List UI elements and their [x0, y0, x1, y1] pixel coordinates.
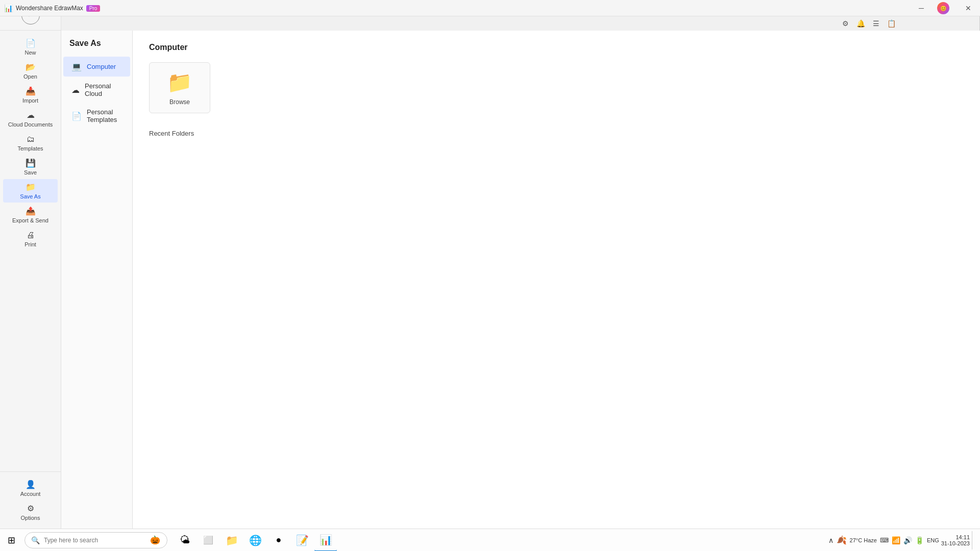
taskbar-clock[interactable]: 14:11 31-10-2023 — [941, 534, 970, 546]
titlebar-left: 📊 Wondershare EdrawMax Pro — [4, 0, 100, 16]
sidebar-item-new[interactable]: 📄 New — [3, 35, 58, 59]
sidebar-bottom: 👤 Account ⚙ Options — [0, 471, 61, 529]
taskbar-search-box[interactable]: 🔍 🎃 — [24, 532, 167, 548]
taskbar-apps: 🌤 ⬜ 📁 🌐 ● 📝 📊 — [169, 529, 341, 552]
taskbar-word-button[interactable]: 📝 — [291, 529, 313, 552]
export-icon: 📤 — [26, 206, 36, 216]
avatar-circle: 😊 — [937, 2, 949, 14]
sidebar-item-cloud-label: Cloud Documents — [8, 121, 53, 128]
start-icon: ⊞ — [8, 535, 15, 546]
sidebar-item-cloud[interactable]: ☁ Cloud Documents — [3, 107, 58, 131]
weather-text: 27°C Haze — [850, 537, 877, 543]
save-as-icon: 📁 — [26, 182, 36, 192]
templates-icon: 🗂 — [27, 135, 35, 144]
sidebar-item-print[interactable]: 🖨 Print — [3, 227, 58, 251]
battery-icon[interactable]: 🔋 — [915, 536, 924, 544]
save-icon: 💾 — [26, 158, 36, 168]
taskbar-widgets-button[interactable]: 🌤 — [174, 529, 196, 552]
taskbar-edrawmax-button[interactable]: 📊 — [314, 529, 337, 552]
open-icon: 📂 — [26, 62, 36, 72]
folder-icon: 📁 — [167, 70, 192, 94]
browse-folder-card[interactable]: 📁 Browse — [149, 62, 210, 113]
sidebar-item-save-as-label: Save As — [20, 193, 40, 199]
taskbar-search-input[interactable] — [44, 537, 146, 544]
clipboard-icon[interactable]: 📋 — [884, 16, 898, 31]
taskbar-task-view-button[interactable]: ⬜ — [197, 529, 219, 552]
sidebar-item-templates[interactable]: 🗂 Templates — [3, 131, 58, 155]
sidebar-item-options[interactable]: ⚙ Options — [3, 500, 58, 524]
sidebar-item-save[interactable]: 💾 Save — [3, 155, 58, 179]
notification-icon[interactable]: 🔔 — [853, 16, 868, 31]
sidebar-item-export[interactable]: 📤 Export & Send — [3, 203, 58, 227]
save-option-personal-cloud[interactable]: ☁ Personal Cloud — [63, 77, 130, 103]
close-button[interactable]: ✕ — [957, 0, 980, 16]
save-option-personal-cloud-label: Personal Cloud — [85, 82, 122, 97]
keyboard-icon[interactable]: ⌨ — [880, 537, 889, 544]
personal-cloud-icon: ☁ — [71, 85, 80, 95]
cloud-icon: ☁ — [27, 110, 35, 120]
sidebar-item-save-as[interactable]: 📁 Save As — [3, 179, 58, 203]
folder-card-label: Browse — [169, 98, 190, 106]
save-option-computer[interactable]: 💻 Computer — [63, 57, 130, 77]
language-label: ENG — [927, 537, 939, 543]
sidebar-item-templates-label: Templates — [17, 145, 43, 152]
middle-panel: Save As 💻 Computer ☁ Personal Cloud 📄 Pe… — [61, 31, 133, 529]
left-sidebar: ← 📄 New 📂 Open 📥 Import ☁ Cloud Document… — [0, 0, 61, 529]
sidebar-item-export-label: Export & Send — [12, 217, 48, 223]
sidebar-item-options-label: Options — [21, 515, 40, 521]
titlebar: 📊 Wondershare EdrawMax Pro ─ ⧉ ✕ 😊 ⚙ 🔔 ☰… — [0, 0, 980, 16]
section-title: Computer — [149, 43, 964, 52]
settings-icon[interactable]: ⚙ — [838, 16, 852, 31]
sidebar-item-open-label: Open — [23, 73, 37, 80]
main-content: Computer 📁 Browse Recent Folders — [133, 31, 980, 529]
app-title: Wondershare EdrawMax — [16, 5, 83, 12]
sidebar-item-new-label: New — [24, 49, 36, 56]
computer-icon: 💻 — [71, 62, 82, 71]
date-display: 31-10-2023 — [941, 540, 970, 546]
sidebar-item-import-label: Import — [22, 97, 38, 104]
menu-icon[interactable]: ☰ — [869, 16, 883, 31]
new-icon: 📄 — [26, 38, 36, 48]
personal-templates-icon: 📄 — [71, 111, 82, 121]
import-icon: 📥 — [26, 86, 36, 96]
print-icon: 🖨 — [27, 231, 35, 240]
taskbar-edge-button[interactable]: 🌐 — [244, 529, 266, 552]
toolbar-icons-row: ⚙ 🔔 ☰ 📋 — [838, 16, 898, 31]
taskbar-chrome-button[interactable]: ● — [267, 529, 290, 552]
time-display: 14:11 — [955, 534, 970, 540]
taskbar-system-icons: ∧ 🍂 27°C Haze ⌨ 📶 🔊 🔋 ENG — [828, 535, 939, 545]
recent-folders-title: Recent Folders — [149, 130, 964, 137]
taskbar-file-explorer-button[interactable]: 📁 — [220, 529, 243, 552]
avatar[interactable]: 😊 — [937, 2, 949, 14]
weather-notification-icon[interactable]: 🍂 — [837, 535, 847, 545]
save-option-computer-label: Computer — [87, 63, 116, 70]
sidebar-item-account-label: Account — [20, 491, 41, 497]
pro-badge: Pro — [86, 5, 101, 12]
volume-icon[interactable]: 🔊 — [903, 536, 912, 544]
taskbar: ⊞ 🔍 🎃 🌤 ⬜ 📁 🌐 ● 📝 📊 ∧ 🍂 27°C Haze ⌨ 📶 🔊 … — [0, 529, 980, 551]
sidebar-item-account[interactable]: 👤 Account — [3, 477, 58, 500]
sidebar-nav: 📄 New 📂 Open 📥 Import ☁ Cloud Documents … — [0, 31, 61, 471]
sidebar-item-import[interactable]: 📥 Import — [3, 83, 58, 107]
sidebar-item-print-label: Print — [24, 241, 36, 247]
start-button[interactable]: ⊞ — [0, 529, 22, 552]
app-icon: 📊 — [4, 4, 13, 12]
chevron-up-icon[interactable]: ∧ — [828, 536, 834, 544]
taskbar-right: ∧ 🍂 27°C Haze ⌨ 📶 🔊 🔋 ENG 14:11 31-10-20… — [828, 531, 980, 549]
save-option-personal-templates[interactable]: 📄 Personal Templates — [63, 103, 130, 129]
sidebar-item-save-label: Save — [24, 169, 37, 176]
options-icon: ⚙ — [27, 504, 34, 513]
panel-title: Save As — [61, 39, 132, 56]
halloween-icon: 🎃 — [150, 535, 160, 545]
folder-grid: 📁 Browse — [149, 62, 964, 113]
search-icon: 🔍 — [31, 536, 40, 544]
sidebar-item-open[interactable]: 📂 Open — [3, 59, 58, 83]
account-icon: 👤 — [26, 480, 36, 489]
show-desktop-button[interactable] — [972, 531, 976, 549]
network-icon[interactable]: 📶 — [892, 536, 900, 544]
minimize-button[interactable]: ─ — [910, 0, 933, 16]
save-option-personal-templates-label: Personal Templates — [87, 108, 122, 123]
